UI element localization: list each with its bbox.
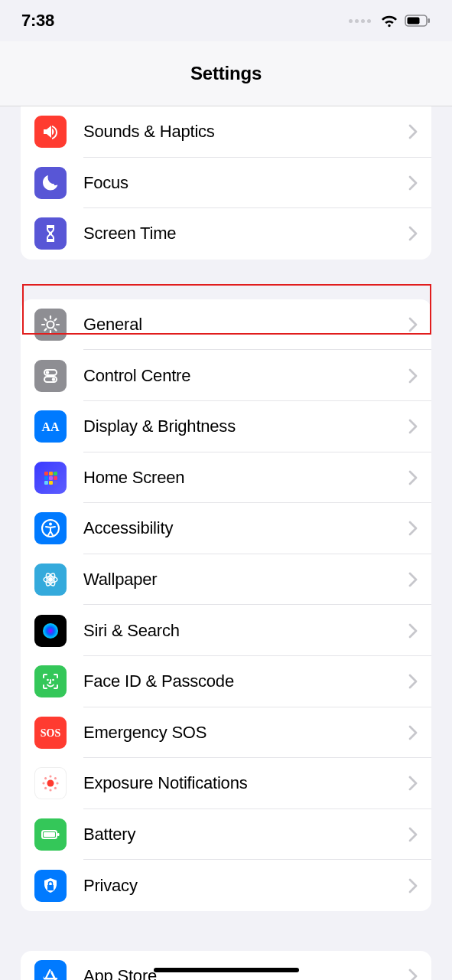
svg-rect-10	[49, 472, 53, 475]
settings-row-controlcentre[interactable]: Control Centre	[21, 350, 431, 401]
chevron-right-icon	[408, 175, 418, 191]
settings-row-wallpaper[interactable]: Wallpaper	[21, 554, 431, 606]
battery-icon	[405, 15, 431, 27]
settings-row-sounds[interactable]: Sounds & Haptics	[21, 106, 431, 158]
settings-row-battery[interactable]: Battery	[21, 809, 431, 861]
svg-point-34	[54, 777, 57, 779]
sos-icon: SOS	[34, 717, 67, 749]
settings-row-display[interactable]: AA Display & Brightness	[21, 401, 431, 452]
svg-point-25	[47, 679, 49, 681]
general-icon	[34, 309, 67, 341]
row-label: Accessibility	[83, 518, 408, 538]
chevron-right-icon	[408, 317, 418, 332]
siri-icon	[34, 615, 67, 647]
svg-point-28	[47, 780, 54, 787]
svg-point-36	[54, 787, 57, 789]
svg-rect-16	[49, 481, 53, 485]
svg-rect-39	[57, 833, 60, 836]
settings-section-2: General Control Centre AA Display & Brig…	[21, 299, 431, 911]
chevron-right-icon	[408, 776, 418, 791]
row-label: Face ID & Passcode	[83, 671, 408, 691]
faceid-icon	[34, 665, 67, 697]
chevron-right-icon	[408, 623, 418, 639]
svg-point-31	[42, 782, 44, 785]
page-title: Settings	[190, 63, 262, 84]
svg-rect-15	[44, 481, 48, 485]
chevron-right-icon	[408, 969, 418, 980]
status-bar: 7:38	[0, 0, 452, 41]
settings-row-screentime[interactable]: Screen Time	[21, 208, 431, 260]
svg-text:AA: AA	[41, 420, 60, 433]
row-label: Focus	[83, 173, 408, 193]
chevron-right-icon	[408, 226, 418, 241]
svg-point-24	[43, 623, 58, 639]
row-label: Sounds & Haptics	[83, 122, 408, 142]
settings-row-sos[interactable]: SOS Emergency SOS	[21, 707, 431, 759]
svg-text:SOS: SOS	[41, 727, 61, 739]
display-icon: AA	[34, 410, 67, 443]
settings-section-1: Sounds & Haptics Focus Screen Time	[21, 106, 431, 260]
svg-rect-40	[44, 978, 57, 980]
settings-row-appstore[interactable]: App Store	[21, 951, 431, 980]
svg-point-35	[44, 787, 47, 789]
settings-row-exposure[interactable]: Exposure Notifications	[21, 758, 431, 809]
row-label: General	[83, 315, 408, 335]
svg-point-33	[44, 777, 47, 779]
chevron-right-icon	[408, 725, 418, 740]
status-right	[349, 14, 431, 28]
svg-rect-17	[54, 481, 57, 485]
svg-point-32	[56, 782, 58, 785]
wallpaper-icon	[34, 564, 67, 596]
svg-point-29	[49, 776, 51, 778]
row-label: Exposure Notifications	[83, 773, 408, 793]
settings-row-accessibility[interactable]: Accessibility	[21, 503, 431, 554]
svg-point-5	[46, 371, 49, 374]
homescreen-icon	[34, 462, 67, 494]
svg-point-19	[49, 523, 52, 526]
exposure-icon	[34, 767, 67, 799]
privacy-icon	[34, 870, 67, 902]
controlcentre-icon	[34, 360, 67, 392]
row-label: Control Centre	[83, 366, 408, 386]
sounds-icon	[34, 116, 67, 148]
settings-row-siri[interactable]: Siri & Search	[21, 605, 431, 656]
chevron-right-icon	[408, 124, 418, 139]
svg-rect-2	[428, 18, 431, 23]
svg-point-3	[47, 322, 54, 328]
chevron-right-icon	[408, 878, 418, 893]
svg-point-7	[52, 377, 55, 381]
row-label: Screen Time	[83, 224, 408, 243]
row-label: Display & Brightness	[83, 416, 408, 436]
row-label: Home Screen	[83, 468, 408, 488]
wifi-icon	[380, 14, 398, 28]
row-label: Privacy	[83, 876, 408, 896]
settings-row-focus[interactable]: Focus	[21, 158, 431, 209]
chevron-right-icon	[408, 521, 418, 536]
chevron-right-icon	[408, 419, 418, 434]
svg-rect-12	[44, 476, 48, 480]
cellular-dots-icon	[349, 19, 371, 23]
chevron-right-icon	[408, 368, 418, 384]
status-time: 7:38	[21, 11, 54, 31]
settings-row-general[interactable]: General	[21, 299, 431, 351]
settings-row-homescreen[interactable]: Home Screen	[21, 452, 431, 504]
settings-row-privacy[interactable]: Privacy	[21, 860, 431, 911]
chevron-right-icon	[408, 470, 418, 485]
svg-point-20	[48, 577, 53, 582]
row-label: Siri & Search	[83, 621, 408, 641]
svg-rect-9	[44, 472, 48, 475]
page-header: Settings	[0, 41, 452, 106]
row-label: Emergency SOS	[83, 723, 408, 743]
home-indicator	[154, 968, 299, 972]
accessibility-icon	[34, 512, 67, 544]
svg-point-26	[52, 679, 54, 681]
svg-rect-11	[54, 472, 57, 475]
svg-rect-1	[408, 18, 420, 24]
settings-section-3: App Store	[21, 951, 431, 980]
chevron-right-icon	[408, 572, 418, 587]
svg-rect-13	[49, 476, 53, 480]
settings-row-faceid[interactable]: Face ID & Passcode	[21, 656, 431, 707]
svg-rect-38	[44, 832, 55, 837]
svg-point-30	[49, 789, 51, 792]
svg-rect-14	[54, 476, 57, 480]
